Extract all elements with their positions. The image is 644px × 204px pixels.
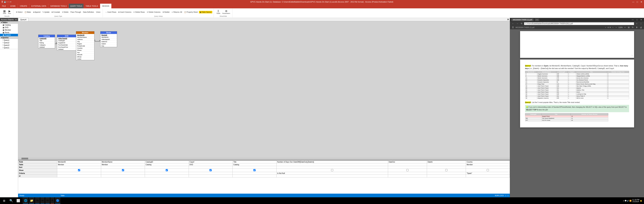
view-button[interactable]: ▦ View [2, 9, 7, 15]
pdf-forward-btn[interactable]: → [516, 22, 519, 25]
append-button[interactable]: ⊕ Append [32, 11, 41, 13]
qbe-table-country[interactable]: Member [466, 163, 510, 166]
pdf-download-btn[interactable]: ⬇ [635, 26, 638, 29]
qbe-criteria-membername[interactable] [101, 172, 145, 175]
show-country-checkbox[interactable] [487, 169, 489, 171]
notification-icon[interactable]: 🔔 [640, 200, 642, 202]
qbe-or-catalogid[interactable] [145, 175, 189, 177]
qbe-table-catalogid[interactable]: Catalog [145, 163, 189, 166]
show-dateout-checkbox[interactable] [406, 169, 408, 171]
qbe-sort-memberid[interactable] [57, 166, 101, 169]
qbe-criteria-memberid[interactable] [57, 172, 101, 175]
qbe-table-copy[interactable]: DVD [189, 163, 232, 166]
tab-external-data[interactable]: EXTERNAL DATA [29, 4, 48, 8]
qbe-or-title[interactable] [232, 175, 276, 177]
qbe-or-numdays[interactable] [276, 175, 388, 177]
qbe-sort-datein[interactable] [427, 166, 466, 169]
builder-button[interactable]: ⚙ Builder [162, 11, 170, 13]
start-button[interactable]: ⊞ [1, 197, 8, 204]
crosstab-button[interactable]: ⊞ Crosstab [51, 11, 61, 13]
delete-rows-button[interactable]: ✕ Delete Rows [132, 11, 146, 13]
tab-create[interactable]: CREATE [18, 4, 29, 8]
sidebar-item-query1a[interactable]: ! Query1 [0, 39, 18, 41]
tab-home[interactable]: HOME [8, 4, 18, 8]
qbe-field-country[interactable]: Country [466, 161, 510, 163]
sidebar-item-catalog[interactable]: ▦ Catalog [0, 24, 18, 26]
update-button[interactable]: ✎ Update [42, 11, 50, 13]
pdf-address-input[interactable] [524, 22, 634, 25]
delete-button[interactable]: ✕ Delete [61, 11, 69, 13]
pdf-next-page-btn[interactable]: › [612, 26, 614, 29]
insert-rows-button[interactable]: ↔ Insert Rows [104, 11, 117, 13]
pdf-refresh-btn[interactable]: ↻ [520, 22, 523, 25]
pdf-prev-page-btn[interactable]: ‹ [604, 26, 606, 29]
qbe-sort-country[interactable] [466, 166, 510, 169]
qbe-table-membername[interactable]: Member [101, 163, 145, 166]
union-button[interactable]: Union [95, 11, 101, 13]
qbe-field-datein[interactable]: DateIn [427, 161, 466, 163]
qbe-show-title[interactable] [232, 169, 276, 172]
qbe-table-numdays[interactable] [276, 163, 388, 166]
qbe-criteria-copy[interactable] [189, 172, 232, 175]
pass-through-button[interactable]: Pass-Through [70, 11, 82, 13]
sidebar-item-query1b[interactable]: ! Query1 [0, 46, 18, 49]
qbe-or-country[interactable] [466, 175, 510, 177]
query4-tab[interactable]: Query4 [18, 18, 28, 21]
sidebar-item-rents[interactable]: ▦ Rents [0, 31, 18, 34]
qbe-show-catalogid[interactable] [145, 169, 189, 172]
qbe-table-datein[interactable] [427, 163, 466, 166]
tab-table-tools[interactable]: TABLE TOOLS [84, 4, 100, 8]
pdf-rotate-btn[interactable]: ↻ [631, 26, 634, 29]
tab-database-tools[interactable]: DATABASE TOOLS [48, 4, 69, 8]
totals-button[interactable]: Σ Totals [216, 9, 221, 15]
show-memberid-checkbox[interactable] [78, 169, 80, 171]
run-button[interactable]: ▶ Run [7, 9, 12, 15]
taskbar-app-explorer[interactable]: 📁 [29, 197, 34, 204]
qbe-or-memberid[interactable] [57, 175, 101, 177]
qbe-or-dateout[interactable] [388, 175, 427, 177]
table-names-button[interactable]: ▦ Table Names [199, 11, 212, 13]
qbe-or-datein[interactable] [427, 175, 466, 177]
property-sheet-button[interactable]: 📋 Property Sheet [183, 11, 198, 13]
data-definition-button[interactable]: Data Definition [82, 11, 95, 13]
sidebar-item-dvd[interactable]: ▦ DVD [0, 26, 18, 29]
show-datein-checkbox[interactable] [445, 169, 448, 171]
qbe-criteria-dateout[interactable] [388, 172, 427, 175]
show-numdays-checkbox[interactable] [331, 169, 333, 171]
qbe-field-catalogid[interactable]: CatalogID [145, 161, 189, 163]
taskbar-app-access[interactable]: A [50, 197, 54, 204]
qbe-criteria-country[interactable]: "Spain" [466, 172, 510, 175]
pdf-settings-btn[interactable]: ⋮ [639, 22, 643, 25]
qbe-field-membername[interactable]: MemberName [101, 161, 145, 163]
qbe-or-copy[interactable] [189, 175, 232, 177]
taskbar-app-chrome[interactable]: 🔵 [55, 197, 60, 204]
qbe-table-dateout[interactable] [388, 163, 427, 166]
sidebar-queries-header[interactable]: ▾ Queries [0, 36, 18, 39]
taskbar-app-store[interactable]: 🛍 [35, 197, 40, 204]
taskbar-app-mail[interactable]: ✉ [40, 197, 44, 204]
pdf-new-tab[interactable]: + [535, 18, 539, 21]
search-button[interactable]: 🔍 [8, 197, 14, 204]
qbe-show-membername[interactable] [101, 169, 145, 172]
qbe-field-memberid[interactable]: MemberID [57, 161, 101, 163]
qbe-criteria-title[interactable] [232, 172, 276, 175]
pdf-minimize-btn[interactable]: — [631, 18, 634, 21]
sidebar-item-query2[interactable]: ! Query2 [0, 41, 18, 44]
sidebar-item-supplier[interactable]: ▦ Supplier [0, 34, 18, 36]
returns-button[interactable]: ↩ Returns: All [171, 11, 183, 13]
qbe-sort-numdays[interactable] [276, 166, 388, 169]
qbe-show-memberid[interactable] [57, 169, 101, 172]
insert-columns-button[interactable]: ⊞ Insert Columns [118, 11, 132, 13]
sidebar-collapse-icon[interactable]: «» [15, 18, 17, 20]
qbe-criteria-catalogid[interactable] [145, 172, 189, 175]
pdf-zoom-out-btn[interactable]: − [615, 26, 617, 29]
pdf-star-btn[interactable]: ☆ [635, 22, 638, 25]
pdf-menu-btn[interactable]: ☰ [511, 26, 514, 29]
qbe-show-copy[interactable] [189, 169, 232, 172]
qbe-sort-dateout[interactable] [388, 166, 427, 169]
qbe-show-dateout[interactable] [388, 169, 427, 172]
qbe-criteria-numdays[interactable]: Is Not Null [276, 172, 388, 175]
pdf-close-btn[interactable]: ✕ [640, 18, 643, 21]
maximize-button[interactable]: □ [636, 0, 639, 3]
qbe-field-copy[interactable]: Copy# [189, 161, 232, 163]
